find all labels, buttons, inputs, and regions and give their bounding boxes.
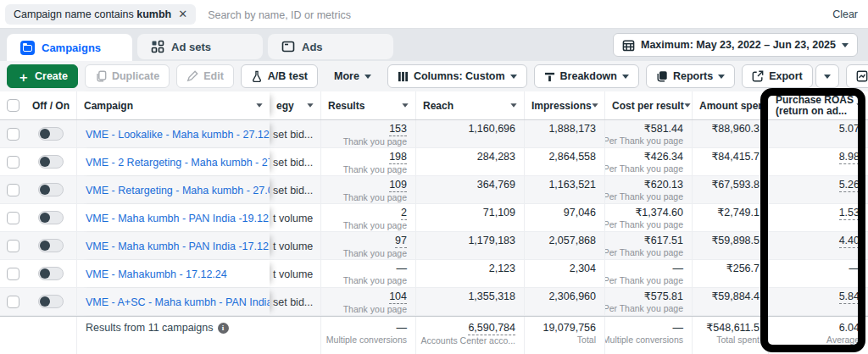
row-checkbox[interactable] [7, 240, 19, 252]
tab-ads[interactable]: Ads [268, 34, 393, 59]
create-button[interactable]: ＋ Create [7, 64, 78, 88]
edit-button[interactable]: Edit [176, 64, 234, 88]
cost-per-result-sub: Per Thank you page [604, 191, 683, 202]
campaign-link[interactable]: VME - A+SC - Maha kumbh - PAN India -17.… [86, 296, 270, 309]
tab-ads-label: Ads [302, 41, 323, 53]
off-on-toggle[interactable] [38, 127, 64, 141]
table-row: VME - A+SC - Maha kumbh - PAN India -17.… [0, 288, 868, 316]
results-sub: Thank you page [343, 192, 407, 203]
header-purchase-roas[interactable]: Purchase ROAS(return on ad... [768, 91, 868, 119]
results-value[interactable]: 153 [389, 123, 407, 136]
cost-per-result-value: ₹575.81 [644, 290, 683, 303]
off-on-toggle[interactable] [38, 267, 64, 280]
more-button[interactable]: More [325, 64, 381, 88]
header-impressions[interactable]: Impressions [524, 91, 604, 119]
export-icon [752, 70, 764, 82]
header-results[interactable]: Results [320, 91, 415, 119]
summary-reach[interactable]: 6,590,784 [468, 322, 515, 335]
table-row: VME - Maha kumbh - PAN India -19.12.24 t… [0, 204, 868, 232]
campaign-link[interactable]: VME - Lookalike - Maha kumbh - 27.12.24 [86, 129, 270, 141]
row-checkbox[interactable] [7, 184, 19, 196]
bid-strategy: set bid... [273, 129, 313, 141]
filter-bar: Campaign name contains kumbh ✕ Clear [0, 0, 868, 29]
roas-value[interactable]: 5.84 [839, 290, 860, 304]
off-on-toggle[interactable] [38, 239, 64, 252]
amount-spent-value: ₹2,749.1 [717, 207, 760, 219]
date-range-button[interactable]: Maximum: May 23, 2022 – Jun 23, 2025 [613, 33, 858, 57]
columns-label: Columns: Custom [414, 70, 505, 82]
info-icon[interactable]: i [218, 323, 229, 334]
summary-row: Results from 11 campaigns i —Multiple co… [0, 316, 868, 354]
results-value[interactable]: 109 [389, 179, 407, 192]
summary-impressions: 19,079,756 [542, 322, 596, 335]
duplicate-button[interactable]: Duplicate [85, 64, 170, 88]
impressions-value: 2,057,868 [548, 235, 596, 247]
tab-ad-sets[interactable]: Ad sets [137, 34, 263, 59]
cost-per-result-sub: Per Thank you page [604, 303, 683, 314]
header-amount-spent[interactable]: Amount spent [692, 91, 768, 119]
roas-value[interactable]: 8.98 [839, 151, 860, 164]
results-value[interactable]: 198 [389, 151, 407, 164]
table-row: VME - Retargeting - Maha kumbh - 27.08.2… [0, 176, 868, 204]
reach-value: 1,355,318 [468, 290, 515, 303]
reports-button[interactable]: Reports [646, 64, 735, 88]
cost-per-result-sub: Per Thank you page [604, 219, 683, 230]
ab-test-button[interactable]: A/B test [241, 64, 318, 88]
campaign-link[interactable]: VME - 2 Retargeting - Maha kumbh - 27.12… [86, 157, 270, 169]
roas-value: 5.07 [839, 123, 860, 136]
amount-spent-value: ₹84,415.7 [711, 151, 760, 163]
charts-button[interactable]: Charts [846, 64, 868, 88]
cost-per-result-value: — [673, 263, 684, 275]
chevron-down-icon [510, 75, 517, 79]
off-on-toggle[interactable] [38, 183, 64, 196]
cost-per-result-value: ₹1,374.60 [635, 207, 683, 219]
results-value[interactable]: 97 [395, 235, 407, 248]
close-icon[interactable]: ✕ [178, 8, 187, 20]
summary-results-sub: Multiple conversions [326, 335, 407, 346]
header-strategy[interactable]: egy [270, 91, 320, 119]
clear-filters-link[interactable]: Clear [832, 8, 858, 20]
header-campaign[interactable]: Campaign [76, 91, 270, 119]
off-on-toggle[interactable] [38, 295, 64, 308]
roas-value[interactable]: 1.53 [839, 207, 860, 220]
campaign-link[interactable]: VME - Maha kumbh - PAN India -17.12.24 [86, 241, 270, 253]
summary-impressions-sub: Total [577, 335, 596, 346]
cost-per-result-sub: Per Thank you page [604, 247, 683, 258]
export-button[interactable]: Export [742, 64, 813, 88]
results-sub: Thank you page [343, 248, 407, 259]
row-checkbox[interactable] [7, 128, 19, 141]
level-tabs: Campaigns Ad sets Ads [0, 29, 868, 61]
cost-per-result-sub: Per Thank you page [604, 275, 683, 286]
campaign-link[interactable]: VME - Maha kumbh - PAN India -19.12.24 [86, 213, 270, 225]
breakdown-button[interactable]: Breakdown [534, 64, 639, 88]
select-all-checkbox[interactable] [7, 99, 19, 112]
header-reach[interactable]: Reach [415, 91, 524, 119]
roas-value[interactable]: 5.26 [839, 179, 860, 192]
row-checkbox[interactable] [7, 212, 19, 224]
filter-chip[interactable]: Campaign name contains kumbh ✕ [5, 4, 196, 25]
header-cost-per-result[interactable]: Cost per result [604, 91, 692, 119]
roas-value: — [849, 263, 860, 275]
summary-roas-sub: Average [826, 335, 860, 346]
amount-spent-value: ₹88,960.3 [711, 123, 760, 136]
search-input[interactable] [208, 9, 832, 21]
table-row: VME - Maha kumbh - PAN India -17.12.24 t… [0, 232, 868, 260]
off-on-toggle[interactable] [38, 211, 64, 224]
reports-label: Reports [673, 70, 713, 82]
header-off-on[interactable]: Off / On [25, 91, 76, 119]
row-checkbox[interactable] [7, 156, 19, 169]
roas-value[interactable]: 4.40 [839, 235, 860, 248]
export-dropdown-button[interactable] [815, 64, 839, 88]
cost-per-result-value: ₹620.13 [644, 179, 683, 191]
off-on-toggle[interactable] [38, 155, 64, 169]
tab-campaigns[interactable]: Campaigns [7, 34, 132, 61]
ab-test-label: A/B test [268, 70, 308, 82]
campaign-link[interactable]: VME - Retargeting - Maha kumbh - 27.08.2… [86, 185, 270, 197]
campaign-link[interactable]: VME - Mahakumbh - 17.12.24 [86, 268, 227, 281]
columns-button[interactable]: Columns: Custom [387, 64, 527, 88]
row-checkbox[interactable] [7, 268, 19, 280]
results-value[interactable]: 2 [401, 207, 407, 220]
row-checkbox[interactable] [7, 296, 19, 308]
results-value[interactable]: 104 [389, 290, 407, 304]
results-value: — [397, 263, 408, 275]
